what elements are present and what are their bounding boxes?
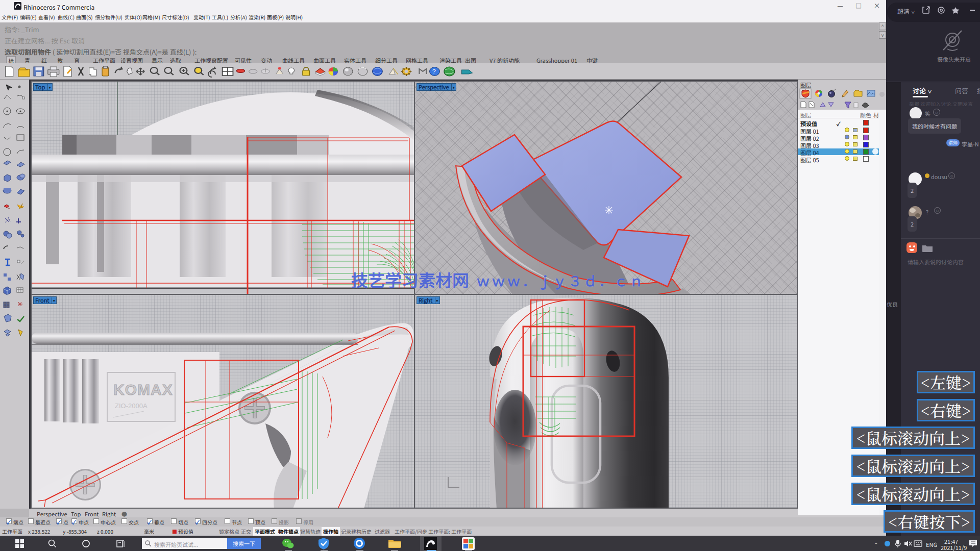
- svg-text:KOMAX: KOMAX: [113, 381, 173, 398]
- svg-text:ZIO-2000A: ZIO-2000A: [115, 402, 148, 410]
- svg-text:?: ?: [432, 68, 436, 75]
